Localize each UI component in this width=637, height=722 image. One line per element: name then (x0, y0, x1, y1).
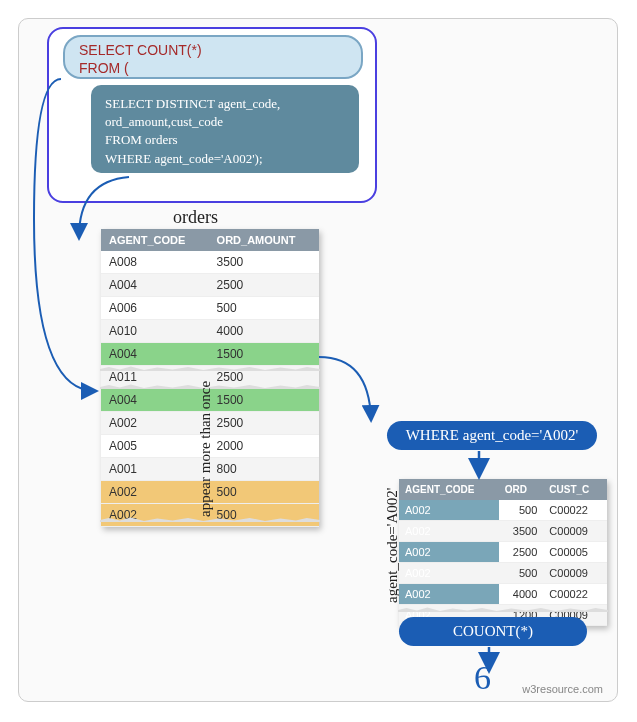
attribution: w3resource.com (522, 683, 603, 695)
diagram-canvas: SELECT COUNT(*) FROM ( SELECT DISTINCT a… (18, 18, 618, 702)
sql-line: FROM ( (79, 59, 347, 77)
sql-line: SELECT DISTINCT agent_code, (105, 95, 345, 113)
sql-line: WHERE agent_code='A002'); (105, 150, 345, 168)
table-row: A0023500C00009 (399, 521, 607, 542)
table-header: AGENT_CODE ORD CUST_C (399, 479, 607, 500)
sql-line: FROM orders (105, 131, 345, 149)
col-cust: CUST_C (543, 479, 607, 500)
table-row: A002500C00009 (399, 563, 607, 584)
sql-line: SELECT COUNT(*) (79, 41, 347, 59)
orders-table-title: orders (173, 207, 218, 228)
table-row: A002500C00022 (399, 500, 607, 521)
sql-inner-query: SELECT DISTINCT agent_code, ord_amount,c… (91, 85, 359, 173)
where-pill: WHERE agent_code='A002' (387, 421, 597, 450)
col-agent-code: AGENT_CODE (399, 479, 499, 500)
result-value: 6 (474, 659, 491, 697)
table-row: A0083500 (101, 251, 319, 274)
result-table: AGENT_CODE ORD CUST_C A002500C00022 A002… (399, 479, 607, 626)
col-ord-amount: ORD_AMOUNT (209, 229, 319, 251)
col-ord: ORD (499, 479, 544, 500)
table-row-highlight: A0041500 (101, 343, 319, 366)
table-header: AGENT_CODE ORD_AMOUNT (101, 229, 319, 251)
annotation-appear-more: appear more than once (197, 381, 214, 517)
count-pill: COUONT(*) (399, 617, 587, 646)
table-row: A006500 (101, 297, 319, 320)
sql-outer-query: SELECT COUNT(*) FROM ( (63, 35, 363, 79)
table-row: A0104000 (101, 320, 319, 343)
col-agent-code: AGENT_CODE (101, 229, 209, 251)
sql-line: ord_amount,cust_code (105, 113, 345, 131)
table-row: A0024000C00022 (399, 584, 607, 605)
table-row: A0022500C00005 (399, 542, 607, 563)
table-row: A0042500 (101, 274, 319, 297)
